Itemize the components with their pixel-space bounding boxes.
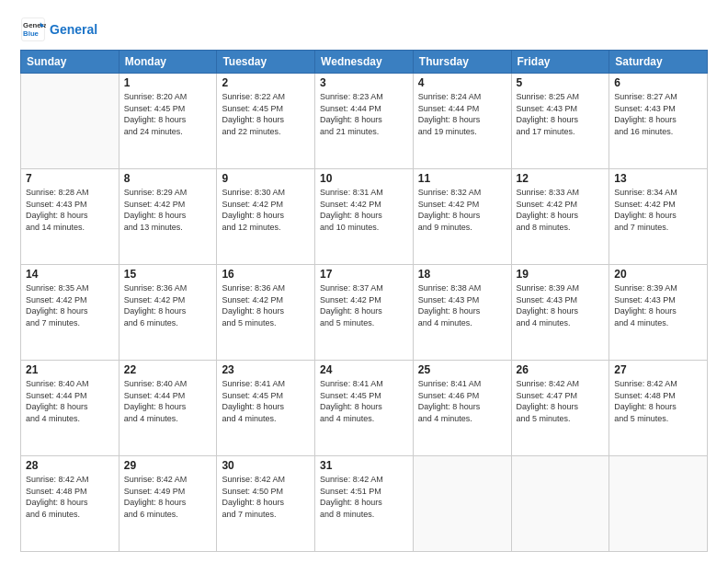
day-cell: 11Sunrise: 8:32 AMSunset: 4:42 PMDayligh… (413, 169, 511, 265)
day-info: Sunrise: 8:42 AMSunset: 4:49 PMDaylight:… (124, 474, 212, 520)
day-info: Sunrise: 8:20 AMSunset: 4:45 PMDaylight:… (124, 91, 212, 137)
day-number: 15 (124, 268, 212, 281)
day-info: Sunrise: 8:42 AMSunset: 4:48 PMDaylight:… (26, 474, 114, 520)
day-cell: 4Sunrise: 8:24 AMSunset: 4:44 PMDaylight… (413, 74, 511, 169)
day-cell (511, 456, 609, 552)
day-number: 7 (26, 172, 114, 185)
day-cell: 18Sunrise: 8:38 AMSunset: 4:43 PMDayligh… (413, 265, 511, 361)
day-cell: 20Sunrise: 8:39 AMSunset: 4:43 PMDayligh… (609, 265, 708, 361)
day-info: Sunrise: 8:38 AMSunset: 4:43 PMDaylight:… (418, 282, 506, 328)
day-number: 20 (614, 268, 702, 281)
day-cell: 22Sunrise: 8:40 AMSunset: 4:44 PMDayligh… (119, 361, 217, 456)
logo: General Blue General (20, 17, 97, 42)
day-info: Sunrise: 8:41 AMSunset: 4:45 PMDaylight:… (222, 378, 310, 424)
header-day-tuesday: Tuesday (217, 51, 315, 74)
day-info: Sunrise: 8:25 AMSunset: 4:43 PMDaylight:… (517, 91, 605, 137)
day-number: 13 (614, 172, 702, 185)
day-number: 8 (124, 172, 212, 185)
day-cell: 5Sunrise: 8:25 AMSunset: 4:43 PMDaylight… (511, 74, 609, 169)
day-info: Sunrise: 8:37 AMSunset: 4:42 PMDaylight:… (320, 282, 408, 328)
day-cell: 26Sunrise: 8:42 AMSunset: 4:47 PMDayligh… (511, 361, 609, 456)
day-info: Sunrise: 8:42 AMSunset: 4:50 PMDaylight:… (222, 474, 310, 520)
day-number: 22 (124, 363, 212, 376)
logo-text: General (50, 22, 97, 38)
day-cell: 21Sunrise: 8:40 AMSunset: 4:44 PMDayligh… (21, 361, 119, 456)
day-number: 29 (124, 459, 212, 472)
day-cell: 8Sunrise: 8:29 AMSunset: 4:42 PMDaylight… (119, 169, 217, 265)
day-info: Sunrise: 8:30 AMSunset: 4:42 PMDaylight:… (222, 187, 310, 233)
header: General Blue General (20, 17, 708, 42)
day-cell: 30Sunrise: 8:42 AMSunset: 4:50 PMDayligh… (217, 456, 315, 552)
day-info: Sunrise: 8:28 AMSunset: 4:43 PMDaylight:… (26, 187, 114, 233)
day-number: 24 (320, 363, 408, 376)
day-number: 2 (222, 76, 310, 89)
day-info: Sunrise: 8:36 AMSunset: 4:42 PMDaylight:… (124, 282, 212, 328)
day-info: Sunrise: 8:32 AMSunset: 4:42 PMDaylight:… (418, 187, 506, 233)
day-number: 4 (418, 76, 506, 89)
day-info: Sunrise: 8:40 AMSunset: 4:44 PMDaylight:… (124, 378, 212, 424)
header-day-friday: Friday (511, 51, 609, 74)
day-info: Sunrise: 8:41 AMSunset: 4:46 PMDaylight:… (418, 378, 506, 424)
day-cell: 10Sunrise: 8:31 AMSunset: 4:42 PMDayligh… (315, 169, 414, 265)
day-number: 14 (26, 268, 114, 281)
day-number: 5 (517, 76, 605, 89)
day-number: 11 (418, 172, 506, 185)
header-day-thursday: Thursday (413, 51, 511, 74)
week-row-1: 7Sunrise: 8:28 AMSunset: 4:43 PMDaylight… (21, 169, 708, 265)
day-cell: 17Sunrise: 8:37 AMSunset: 4:42 PMDayligh… (315, 265, 414, 361)
day-number: 6 (614, 76, 702, 89)
day-info: Sunrise: 8:42 AMSunset: 4:51 PMDaylight:… (320, 474, 408, 520)
day-info: Sunrise: 8:42 AMSunset: 4:47 PMDaylight:… (517, 378, 605, 424)
week-row-0: 1Sunrise: 8:20 AMSunset: 4:45 PMDaylight… (21, 74, 708, 169)
day-cell (413, 456, 511, 552)
header-day-saturday: Saturday (609, 51, 708, 74)
day-number: 3 (320, 76, 408, 89)
day-info: Sunrise: 8:33 AMSunset: 4:42 PMDaylight:… (517, 187, 605, 233)
day-number: 19 (517, 268, 605, 281)
day-cell: 31Sunrise: 8:42 AMSunset: 4:51 PMDayligh… (315, 456, 414, 552)
day-number: 12 (517, 172, 605, 185)
day-number: 30 (222, 459, 310, 472)
day-number: 26 (517, 363, 605, 376)
svg-text:Blue: Blue (23, 29, 40, 38)
day-cell: 12Sunrise: 8:33 AMSunset: 4:42 PMDayligh… (511, 169, 609, 265)
day-cell: 28Sunrise: 8:42 AMSunset: 4:48 PMDayligh… (21, 456, 119, 552)
day-info: Sunrise: 8:41 AMSunset: 4:45 PMDaylight:… (320, 378, 408, 424)
week-row-4: 28Sunrise: 8:42 AMSunset: 4:48 PMDayligh… (21, 456, 708, 552)
header-day-sunday: Sunday (21, 51, 119, 74)
day-cell: 7Sunrise: 8:28 AMSunset: 4:43 PMDaylight… (21, 169, 119, 265)
day-cell: 14Sunrise: 8:35 AMSunset: 4:42 PMDayligh… (21, 265, 119, 361)
day-cell: 23Sunrise: 8:41 AMSunset: 4:45 PMDayligh… (217, 361, 315, 456)
day-cell: 25Sunrise: 8:41 AMSunset: 4:46 PMDayligh… (413, 361, 511, 456)
day-number: 18 (418, 268, 506, 281)
day-info: Sunrise: 8:35 AMSunset: 4:42 PMDaylight:… (26, 282, 114, 328)
day-info: Sunrise: 8:24 AMSunset: 4:44 PMDaylight:… (418, 91, 506, 137)
day-number: 31 (320, 459, 408, 472)
day-cell: 16Sunrise: 8:36 AMSunset: 4:42 PMDayligh… (217, 265, 315, 361)
week-row-3: 21Sunrise: 8:40 AMSunset: 4:44 PMDayligh… (21, 361, 708, 456)
day-info: Sunrise: 8:36 AMSunset: 4:42 PMDaylight:… (222, 282, 310, 328)
header-day-monday: Monday (119, 51, 217, 74)
day-cell: 13Sunrise: 8:34 AMSunset: 4:42 PMDayligh… (609, 169, 708, 265)
day-info: Sunrise: 8:23 AMSunset: 4:44 PMDaylight:… (320, 91, 408, 137)
day-info: Sunrise: 8:40 AMSunset: 4:44 PMDaylight:… (26, 378, 114, 424)
day-number: 21 (26, 363, 114, 376)
day-number: 9 (222, 172, 310, 185)
day-number: 10 (320, 172, 408, 185)
day-info: Sunrise: 8:34 AMSunset: 4:42 PMDaylight:… (614, 187, 702, 233)
day-cell: 2Sunrise: 8:22 AMSunset: 4:45 PMDaylight… (217, 74, 315, 169)
page: General Blue General SundayMondayTuesday… (0, 0, 728, 563)
day-info: Sunrise: 8:39 AMSunset: 4:43 PMDaylight:… (614, 282, 702, 328)
day-info: Sunrise: 8:27 AMSunset: 4:43 PMDaylight:… (614, 91, 702, 137)
day-cell: 24Sunrise: 8:41 AMSunset: 4:45 PMDayligh… (315, 361, 414, 456)
day-cell: 9Sunrise: 8:30 AMSunset: 4:42 PMDaylight… (217, 169, 315, 265)
header-day-wednesday: Wednesday (315, 51, 414, 74)
day-cell: 29Sunrise: 8:42 AMSunset: 4:49 PMDayligh… (119, 456, 217, 552)
day-cell: 1Sunrise: 8:20 AMSunset: 4:45 PMDaylight… (119, 74, 217, 169)
day-number: 25 (418, 363, 506, 376)
day-info: Sunrise: 8:29 AMSunset: 4:42 PMDaylight:… (124, 187, 212, 233)
header-row: SundayMondayTuesdayWednesdayThursdayFrid… (21, 51, 708, 74)
logo-icon: General Blue (20, 17, 46, 42)
week-row-2: 14Sunrise: 8:35 AMSunset: 4:42 PMDayligh… (21, 265, 708, 361)
day-info: Sunrise: 8:39 AMSunset: 4:43 PMDaylight:… (517, 282, 605, 328)
